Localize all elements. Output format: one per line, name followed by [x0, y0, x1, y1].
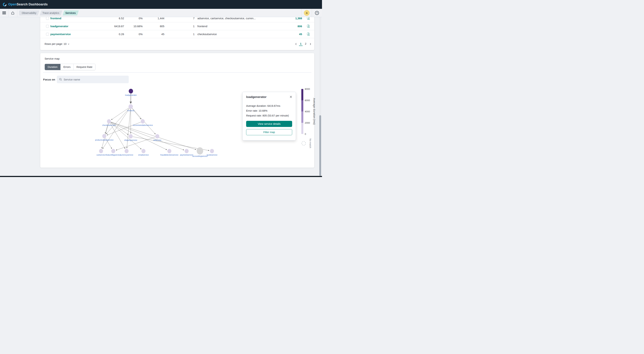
home-button[interactable] — [8, 11, 17, 15]
row-checkbox[interactable] — [46, 17, 49, 20]
menu-icon[interactable] — [2, 12, 6, 14]
edge-checkoutservice-accountingservice — [111, 122, 196, 150]
avg-duration-cell: 6419.87 — [84, 25, 124, 28]
node-label-quoteservice: quoteservice — [206, 154, 217, 156]
pagination: 12 — [295, 42, 312, 46]
table-row: loadgenerator6419.8710.68%8051frontend80… — [40, 22, 314, 30]
node-label-shippingservice: shippingservice — [124, 139, 137, 141]
view-service-details-button[interactable]: View service details — [246, 121, 292, 127]
tooltip-error-rate: Error rate: 10.68% — [246, 108, 292, 113]
page-number-1[interactable]: 1 — [299, 42, 302, 46]
node-label-paymentservice: paymentservice — [180, 154, 193, 156]
divider — [312, 9, 312, 17]
navbar: ObservabilityTrace analyticsServices a ? — [0, 9, 322, 17]
row-checkbox[interactable] — [46, 33, 49, 36]
avatar[interactable]: a — [304, 10, 310, 16]
app-header: OpenSearchDashboards — [0, 0, 322, 9]
window-bottom-edge — [0, 176, 322, 177]
node-emailservice[interactable] — [142, 149, 146, 153]
breadcrumb: ObservabilityTrace analyticsServices — [19, 11, 79, 16]
close-icon[interactable] — [290, 96, 292, 98]
edge-checkoutservice-emailservice — [110, 123, 141, 149]
traces-link[interactable]: 806 — [280, 25, 302, 28]
help-icon[interactable]: ? — [315, 11, 319, 15]
tooltip-title: loadgenerator — [246, 95, 266, 99]
app-title: OpenSearchDashboards — [8, 3, 48, 6]
edge-checkoutservice-paymentservice — [111, 122, 184, 150]
view-traces-icon[interactable] — [306, 25, 310, 28]
service-name-link[interactable]: loadgenerator — [50, 25, 84, 28]
legend-tick: 6000 — [305, 99, 310, 102]
error-rate-cell: 0% — [124, 17, 142, 20]
scrollbar-thumb[interactable] — [319, 115, 321, 176]
legend-color-bar — [301, 89, 303, 134]
node-paymentservice[interactable] — [185, 149, 188, 153]
page-number-2[interactable]: 2 — [304, 42, 308, 46]
node-featureflagservice[interactable] — [111, 149, 115, 153]
node-label-loadgenerator: loadgenerator — [125, 94, 137, 96]
node-recommendationservice[interactable] — [141, 119, 145, 123]
connected-count-cell: 1 — [164, 33, 194, 36]
node-frauddetectionservice[interactable] — [168, 149, 171, 153]
table-footer: Rows per page: 10 12 — [40, 38, 314, 50]
node-tooltip: loadgenerator Average duration: 6419.87m… — [242, 92, 296, 140]
services-table: frontend6.520%1,4447adservice, cartservi… — [40, 15, 314, 38]
node-shippingservice[interactable] — [129, 134, 133, 138]
node-label-emailservice: emailservice — [138, 154, 149, 156]
node-cartservice[interactable] — [99, 149, 103, 153]
rate-cell: 1,444 — [142, 17, 164, 20]
breadcrumb-observability[interactable]: Observability — [19, 11, 39, 16]
node-currencyservice[interactable] — [124, 149, 128, 153]
node-label-frauddetectionservice: frauddetectionservice — [160, 154, 178, 156]
node-label-productcatalogservice: productcatalogservice — [95, 139, 114, 141]
node-adservice[interactable] — [155, 134, 159, 138]
node-label-recommendationservice: recommendationservice — [133, 124, 153, 126]
prev-page-icon[interactable] — [295, 43, 297, 45]
filter-map-button[interactable]: Filter map — [246, 129, 292, 135]
legend-tick: 4000 — [305, 110, 310, 113]
rate-cell: 805 — [142, 25, 164, 28]
node-productcatalogservice[interactable] — [102, 134, 106, 138]
error-rate-cell: 0% — [124, 33, 142, 36]
connected-count-cell: 1 — [164, 25, 194, 28]
edge-checkoutservice-currencyservice — [110, 123, 125, 148]
opensearch-logo-icon — [2, 2, 7, 7]
node-label-featureflagservice: featureflagservice — [106, 154, 121, 156]
service-name-link[interactable]: paymentservice — [50, 33, 84, 36]
next-page-icon[interactable] — [309, 43, 312, 45]
row-checkbox[interactable] — [46, 25, 49, 28]
divider — [17, 9, 17, 17]
legend-tick: 0 — [305, 133, 306, 135]
traces-link[interactable]: 45 — [280, 33, 302, 36]
error-rate-cell: 10.68% — [124, 25, 142, 28]
legend-tick: 8000 — [305, 88, 310, 90]
avg-duration-cell: 6.52 — [84, 17, 124, 20]
connected-count-cell: 7 — [164, 17, 194, 20]
home-icon — [11, 11, 15, 15]
tooltip-avg-duration: Average duration: 6419.87ms — [246, 104, 292, 108]
node-frontend[interactable] — [128, 104, 133, 109]
connected-services-cell: frontend — [198, 25, 280, 28]
node-label-adservice: adservice — [153, 139, 162, 141]
node-loadgenerator[interactable] — [129, 89, 133, 93]
view-traces-icon[interactable] — [306, 32, 310, 36]
traces-link[interactable]: 1,388 — [280, 17, 302, 20]
table-row: paymentservice0.260%451checkoutservice45 — [40, 30, 314, 38]
no-match-icon — [302, 141, 306, 145]
duration-legend: 80006000400020000 Average duration (ms) … — [299, 88, 322, 153]
connected-services-cell: checkoutservice — [198, 33, 280, 36]
rows-per-page-button[interactable]: Rows per page: 10 — [44, 43, 70, 45]
node-accountingservice[interactable] — [197, 147, 203, 154]
node-label-currencyservice: currencyservice — [120, 154, 133, 156]
node-checkoutservice[interactable] — [107, 119, 111, 123]
breadcrumb-services[interactable]: Services — [63, 11, 79, 16]
breadcrumb-trace-analytics[interactable]: Trace analytics — [40, 11, 62, 16]
node-label-cartservice: cartservice — [96, 154, 106, 156]
service-name-link[interactable]: frontend — [50, 17, 84, 20]
node-quoteservice[interactable] — [210, 149, 214, 153]
node-label-accountingservice: accountingservice — [192, 155, 208, 157]
connected-services-cell: adservice, cartservice, checkoutservice,… — [198, 17, 280, 20]
legend-tick: 2000 — [305, 121, 310, 124]
rate-cell: 45 — [142, 33, 164, 36]
node-label-frontend: frontend — [127, 109, 134, 112]
